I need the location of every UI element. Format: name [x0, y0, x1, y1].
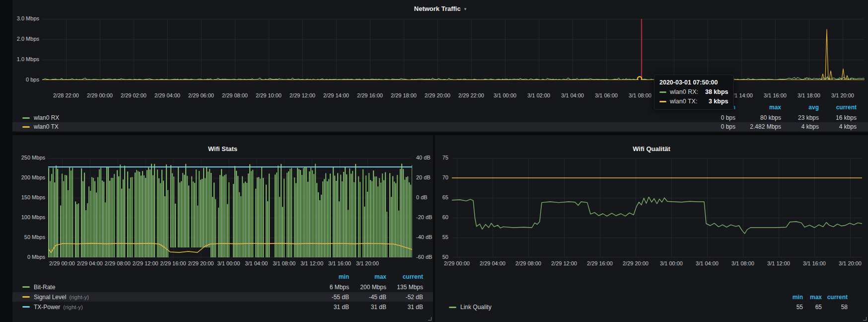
- legend-header-min[interactable]: min: [783, 294, 803, 301]
- y-tick-label: 3.0 Mbps: [12, 15, 39, 22]
- legend-stat-value: 0 bps: [696, 114, 735, 121]
- legend-row-wlan0-tx[interactable]: wlan0 TX0 bps2.482 Mbps4 kbps4 kbps: [12, 122, 868, 131]
- x-tick-label: 2/29 04:00: [475, 260, 510, 267]
- x-tick-label: 2/29 10:00: [251, 92, 287, 99]
- legend-stat-value: 31 dB: [386, 304, 423, 311]
- x-tick-label: 3/1 16:00: [757, 92, 793, 99]
- legend-header-row: minmaxcurrent: [435, 293, 868, 301]
- tooltip-timestamp: 2020-03-01 07:50:00: [659, 79, 728, 86]
- legend-stat-value: -52 dB: [386, 294, 423, 301]
- legend-header-max[interactable]: max: [735, 104, 781, 111]
- legend-color-dash[interactable]: [22, 117, 30, 119]
- legend-series-name[interactable]: Link Quality: [460, 304, 492, 311]
- x-tick-label: 2/29 20:00: [420, 92, 455, 99]
- network-traffic-chart-svg: [42, 19, 865, 80]
- wifi-quality-chart-area[interactable]: [452, 158, 862, 257]
- legend-header-row: minmaxavgcurrent: [12, 103, 868, 111]
- legend-series-name[interactable]: wlan0 TX: [34, 123, 59, 130]
- legend-row-bit-rate[interactable]: Bit-Rate6 Mbps200 Mbps135 Mbps: [12, 282, 433, 292]
- legend-axis-suffix: (right-y): [69, 294, 89, 300]
- legend-color-dash[interactable]: [22, 296, 30, 298]
- x-tick-label: 2/29 16:00: [582, 260, 618, 267]
- y-tick-label: 50: [435, 254, 448, 260]
- x-tick-label: 3/1 08:00: [622, 92, 658, 99]
- x-tick-label: 2/29 20:00: [618, 260, 653, 267]
- panel-resize-handle[interactable]: [428, 317, 432, 321]
- x-tick-label: 2/29 02:00: [116, 92, 151, 99]
- legend-header-max[interactable]: max: [803, 294, 822, 301]
- y-tick-label: 60: [435, 214, 448, 221]
- x-tick-label: 3/1 06:00: [588, 92, 624, 99]
- series-color-dash: [659, 101, 666, 102]
- legend-header-current[interactable]: current: [822, 294, 848, 301]
- panel-header-wifi-quality[interactable]: Wifi Qualität: [435, 141, 868, 156]
- y-tick-label: -40 dB: [416, 234, 433, 241]
- chart-tooltip: 2020-03-01 07:50:00 wlan0 RX: 38 kbps wl…: [654, 75, 734, 110]
- legend-stat-value: 0 bps: [696, 123, 735, 130]
- legend-color-dash[interactable]: [22, 286, 30, 288]
- panel-header-wifi-stats[interactable]: Wifi Stats: [12, 141, 433, 156]
- legend-row-link-quality[interactable]: Link Quality556558: [435, 303, 868, 312]
- legend-row-tx-power[interactable]: TX-Power(right-y)31 dB31 dB31 dB: [12, 302, 433, 312]
- y-tick-label: 0 bps: [12, 77, 39, 83]
- network-traffic-chart-area[interactable]: [42, 19, 865, 80]
- legend-stat-value: -55 dB: [314, 294, 349, 301]
- x-tick-label: 3/1 02:00: [521, 92, 557, 99]
- chevron-down-icon[interactable]: ▾: [464, 6, 467, 11]
- legend-stat-value: 31 dB: [349, 304, 386, 311]
- panel-title: Wifi Stats: [208, 145, 237, 153]
- legend-series-name[interactable]: Signal Level: [34, 294, 66, 301]
- legend-header-current[interactable]: current: [386, 273, 423, 280]
- legend-stat-value: 16 kbps: [819, 114, 857, 121]
- y-tick-label: -60 dB: [416, 254, 433, 260]
- tooltip-row-wlan0-rx: wlan0 RX: 38 kbps: [659, 88, 728, 95]
- legend-stat-value: 135 Mbps: [386, 284, 423, 291]
- legend-stat-value: 31 dB: [314, 304, 349, 311]
- x-tick-label: 2/29 06:00: [183, 92, 219, 99]
- y-tick-label: 200 Mbps: [12, 174, 45, 181]
- legend-stat-value: -45 dB: [349, 294, 386, 301]
- panel-wifi-quality: Wifi Qualität 2/29 00:002/29 04:002/29 0…: [435, 135, 868, 322]
- y-tick-label: 70: [435, 174, 448, 181]
- x-tick-label: 3/1 04:00: [689, 260, 725, 267]
- legend-row-signal-level[interactable]: Signal Level(right-y)-55 dB-45 dB-52 dB: [12, 292, 433, 302]
- legend-series-name[interactable]: TX-Power: [34, 304, 60, 311]
- x-tick-label: 2/29 08:00: [510, 260, 546, 267]
- legend-color-dash[interactable]: [22, 306, 30, 308]
- tooltip-series-value: 3 kbps: [702, 98, 728, 105]
- y-tick-label: 65: [435, 194, 448, 201]
- wifi-quality-chart-svg: [452, 158, 862, 257]
- y-tick-label: 50 Mbps: [12, 234, 45, 241]
- y-tick-label: 20 dB: [416, 174, 433, 181]
- legend-header-row: minmaxcurrent: [12, 273, 433, 281]
- y-tick-label: 0 dB: [416, 194, 433, 201]
- x-tick-label: 2/29 08:00: [217, 92, 253, 99]
- tooltip-series-value: 38 kbps: [698, 88, 728, 95]
- panel-resize-handle[interactable]: [863, 317, 867, 321]
- wifi-stats-chart-svg: [48, 158, 412, 257]
- legend-series-name[interactable]: wlan0 RX: [34, 114, 59, 121]
- legend-header-current[interactable]: current: [819, 104, 857, 111]
- x-tick-label: 3/1 20:00: [832, 260, 868, 267]
- legend-header-max[interactable]: max: [349, 273, 386, 280]
- panel-header-network-traffic[interactable]: Network Traffic ▾: [12, 1, 868, 16]
- legend-color-dash[interactable]: [22, 126, 30, 128]
- legend-header-min[interactable]: min: [314, 273, 349, 280]
- panel-title: Network Traffic: [414, 5, 461, 12]
- legend-stat-value: 55: [783, 304, 803, 311]
- tooltip-row-wlan0-tx: wlan0 TX: 3 kbps: [659, 98, 728, 105]
- wifi-stats-chart-area[interactable]: [48, 158, 412, 257]
- legend-row-wlan0-rx[interactable]: wlan0 RX0 bps80 kbps23 kbps16 kbps: [12, 113, 868, 122]
- legend-series-name[interactable]: Bit-Rate: [34, 284, 55, 291]
- y-tick-label: 100 Mbps: [12, 214, 45, 221]
- tooltip-series-label: wlan0 RX:: [670, 88, 698, 95]
- legend-stat-value: 58: [822, 304, 848, 311]
- legend-header-avg[interactable]: avg: [781, 104, 819, 111]
- x-tick-label: 2/29 04:00: [149, 92, 185, 99]
- legend-stat-value: 4 kbps: [781, 123, 819, 130]
- panel-wifi-stats: Wifi Stats 2/29 00:002/29 04:002/29 08:0…: [12, 135, 433, 322]
- legend-stat-value: 2.482 Mbps: [735, 123, 781, 130]
- legend-stat-value: 6 Mbps: [314, 284, 349, 291]
- series-color-dash: [659, 91, 666, 93]
- legend-color-dash[interactable]: [449, 307, 456, 308]
